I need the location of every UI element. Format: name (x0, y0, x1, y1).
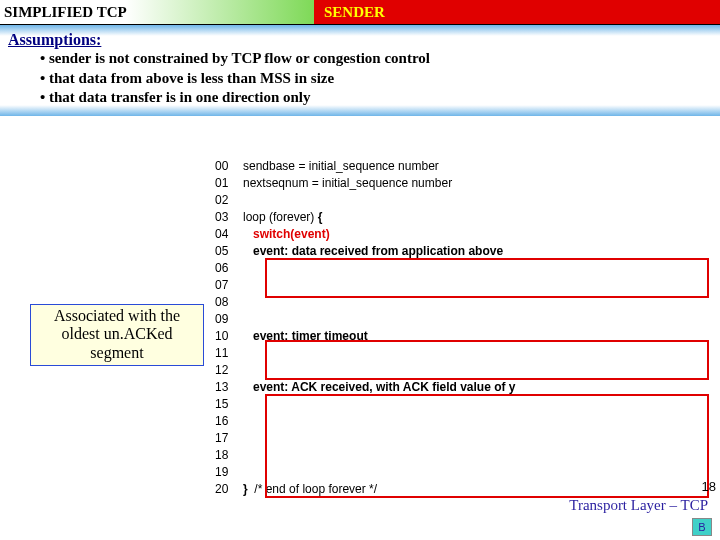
line-number: 05 (215, 243, 243, 260)
line-number: 08 (215, 294, 243, 311)
line-number: 20 (215, 481, 243, 498)
assoc-line: Associated with the (31, 307, 203, 325)
assumption-item: • that data transfer is in one direction… (40, 88, 712, 108)
line-number: 18 (215, 447, 243, 464)
line-number: 00 (215, 158, 243, 175)
header-bar: SIMPLIFIED TCP SENDER (0, 0, 720, 25)
redbox-segment-create (265, 258, 709, 298)
line-number: 10 (215, 328, 243, 345)
line-number: 11 (215, 345, 243, 362)
assumptions-title: Assumptions: (8, 31, 712, 49)
footer-label: Transport Layer – TCP (569, 497, 708, 514)
assumptions-block: Assumptions: • sender is not constrained… (0, 25, 720, 116)
line-number: 19 (215, 464, 243, 481)
line-number: 09 (215, 311, 243, 328)
redbox-timer-timeout (265, 340, 709, 380)
line-number: 15 (215, 396, 243, 413)
code-text: nextseqnum = initial_sequence number (243, 175, 452, 192)
b-badge: B (692, 518, 712, 536)
redbox-ack-received (265, 394, 709, 498)
page-number: 18 (702, 479, 716, 494)
line-number: 13 (215, 379, 243, 396)
line-number: 17 (215, 430, 243, 447)
title-left: SIMPLIFIED TCP (0, 0, 314, 24)
line-number: 07 (215, 277, 243, 294)
line-number: 16 (215, 413, 243, 430)
line-number: 04 (215, 226, 243, 243)
line-number: 06 (215, 260, 243, 277)
line-number: 03 (215, 209, 243, 226)
brace-open: { (318, 209, 323, 226)
assoc-line: segment (31, 344, 203, 362)
associated-callout: Associated with the oldest un.ACKed segm… (30, 304, 204, 366)
code-text: sendbase = initial_sequence number (243, 158, 439, 175)
line-number: 02 (215, 192, 243, 209)
code-text: loop (forever) (243, 209, 318, 226)
title-right: SENDER (314, 0, 720, 24)
line-number: 01 (215, 175, 243, 192)
line-number: 12 (215, 362, 243, 379)
assumption-item: • that data from above is less than MSS … (40, 69, 712, 89)
assumption-item: • sender is not constrained by TCP flow … (40, 49, 712, 69)
assoc-line: oldest un.ACKed (31, 325, 203, 343)
switch-keyword: switch(event) (243, 226, 330, 243)
